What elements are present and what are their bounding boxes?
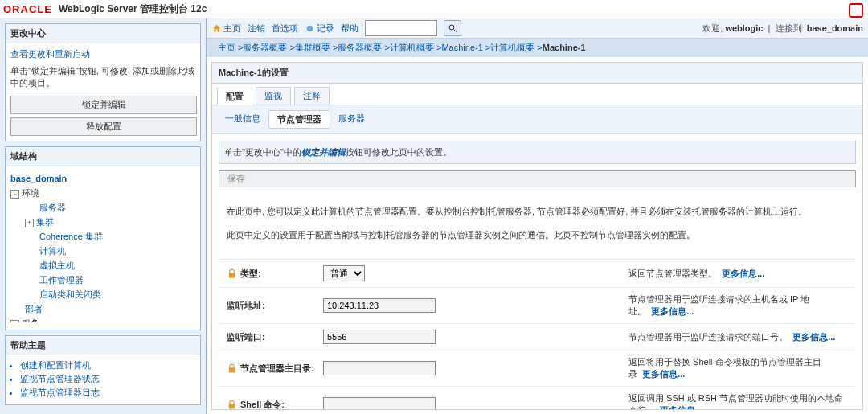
help-link[interactable]: 帮助 <box>341 23 358 35</box>
crumb-d[interactable]: 计算机概要 <box>390 43 434 52</box>
tab-notes[interactable]: 注释 <box>294 87 330 105</box>
row-shell: Shell 命令: 返回调用 SSH 或 RSH 节点管理器功能时使用的本地命令… <box>219 387 856 410</box>
lock-icon <box>227 363 237 374</box>
svg-point-0 <box>307 25 313 31</box>
lock-message: 单击"更改中心"中的锁定并编辑按钮可修改此页中的设置。 <box>219 141 856 164</box>
home-link[interactable]: 主页 <box>211 23 241 35</box>
search-button[interactable] <box>444 20 461 36</box>
help-link-monitor-nm-log[interactable]: 监视节点管理器日志 <box>20 387 100 397</box>
domain-structure-box: 域结构 base_domain -环境 服务器 +集群 Coherence 集群… <box>5 146 201 330</box>
row-listen-address: 监听地址: 节点管理器用于监听连接请求的主机名或 IP 地址。 更多信息... <box>219 288 856 324</box>
change-center-title: 更改中心 <box>6 24 200 43</box>
tree-root[interactable]: base_domain <box>10 171 195 186</box>
tabs: 配置 监视 注释 <box>212 84 862 105</box>
tree-services[interactable]: 服务 <box>22 318 39 322</box>
tree-vhosts[interactable]: 虚拟主机 <box>10 258 195 273</box>
more-info-shell[interactable]: 更多信息... <box>660 405 702 410</box>
tree-machines[interactable]: 计算机 <box>10 244 195 258</box>
lock-edit-button[interactable]: 锁定并编辑 <box>10 96 197 114</box>
prefs-link[interactable]: 首选项 <box>272 23 298 35</box>
breadcrumb: 主页 >服务器概要 >集群概要 >服务器概要 >计算机概要 >Machine-1… <box>207 39 868 57</box>
crumb-g: Machine-1 <box>542 43 586 52</box>
plus-icon[interactable]: + <box>10 320 19 322</box>
brand-bar: ORACLE WebLogic Server 管理控制台 12c <box>0 0 868 18</box>
tree-startup[interactable]: 启动类和关闭类 <box>10 287 195 301</box>
type-select[interactable]: 普通 <box>323 265 365 281</box>
subtab-servers[interactable]: 服务器 <box>330 110 373 129</box>
more-info-type[interactable]: 更多信息... <box>722 268 764 278</box>
app-title: WebLogic Server 管理控制台 12c <box>59 2 207 16</box>
help-box: 帮助主题 创建和配置计算机 监视节点管理器状态 监视节点管理器日志 <box>5 335 201 405</box>
tree-coherence[interactable]: Coherence 集群 <box>10 229 195 244</box>
plus-icon[interactable]: + <box>25 219 34 227</box>
crumb-e[interactable]: Machine-1 <box>441 43 482 52</box>
release-config-button[interactable]: 释放配置 <box>10 117 197 136</box>
panel-title: Machine-1的设置 <box>212 63 862 84</box>
more-info-port[interactable]: 更多信息... <box>792 332 835 342</box>
help-link-monitor-nm-status[interactable]: 监视节点管理器状态 <box>20 374 100 383</box>
row-type: 类型: 普通 返回节点管理器类型。 更多信息... <box>219 260 856 288</box>
tree-deploy[interactable]: 部署 <box>10 301 195 316</box>
help-title: 帮助主题 <box>6 336 200 355</box>
record-icon <box>305 23 315 34</box>
tree-clusters[interactable]: 集群 <box>36 217 54 227</box>
search-input[interactable] <box>365 20 437 36</box>
tree-servers[interactable]: 服务器 <box>10 200 195 215</box>
page-description: 在此页中, 您可以定义此计算机的节点管理器配置。要从控制台控制托管服务器, 节点… <box>212 192 862 254</box>
help-link-create-machine[interactable]: 创建和配置计算机 <box>20 360 91 370</box>
minus-icon[interactable]: - <box>10 190 19 199</box>
subtab-general[interactable]: 一般信息 <box>217 110 268 129</box>
row-listen-port: 监听端口: 节点管理器用于监听连接请求的端口号。 更多信息... <box>219 324 856 350</box>
record-link[interactable]: 记录 <box>305 23 334 35</box>
crumb-a[interactable]: 服务器概要 <box>243 43 287 52</box>
more-info-home[interactable]: 更多信息... <box>642 369 685 379</box>
row-nm-home: 节点管理器主目录: 返回将用于替换 Shell 命令模板的节点管理器主目录 更多… <box>219 350 856 387</box>
crumb-c[interactable]: 服务器概要 <box>338 43 382 52</box>
tree-env[interactable]: 环境 <box>22 188 39 198</box>
tree-work-managers[interactable]: 工作管理器 <box>10 273 195 287</box>
home-icon <box>211 23 222 34</box>
listen-port-input[interactable] <box>323 330 436 344</box>
change-center-desc: 单击"锁定并编辑"按钮, 可修改, 添加或删除此域中的项目。 <box>10 65 195 89</box>
svg-line-2 <box>454 30 457 32</box>
nm-home-input[interactable] <box>323 361 436 375</box>
subtabs: 一般信息 节点管理器 服务器 <box>212 105 862 134</box>
tab-config[interactable]: 配置 <box>217 88 252 105</box>
crumb-b[interactable]: 集群概要 <box>295 43 330 52</box>
toolbar: 主页 注销 首选项 记录 帮助 欢迎, weblogic | 连接到: base… <box>207 18 868 39</box>
listen-address-input[interactable] <box>323 298 436 313</box>
oracle-logo: ORACLE <box>3 3 52 15</box>
user-info: 欢迎, weblogic | 连接到: base_domain <box>702 23 863 35</box>
domain-structure-title: 域结构 <box>6 147 200 166</box>
more-info-addr[interactable]: 更多信息... <box>651 306 694 316</box>
search-icon <box>448 23 457 33</box>
lock-icon <box>227 268 237 279</box>
crumb-f[interactable]: 计算机概要 <box>490 43 534 52</box>
shell-command-input[interactable] <box>323 397 436 410</box>
svg-point-1 <box>449 25 454 30</box>
lock-icon <box>227 400 237 410</box>
crumb-home[interactable]: 主页 <box>218 43 235 52</box>
tab-monitor[interactable]: 监视 <box>256 87 291 105</box>
domain-tree[interactable]: base_domain -环境 服务器 +集群 Coherence 集群 计算机… <box>6 166 200 322</box>
oracle-o-icon <box>849 3 863 18</box>
logout-link[interactable]: 注销 <box>248 23 265 35</box>
save-button[interactable]: 保存 <box>219 170 856 187</box>
change-center-box: 更改中心 查看更改和重新启动 单击"锁定并编辑"按钮, 可修改, 添加或删除此域… <box>5 23 201 141</box>
form: 类型: 普通 返回节点管理器类型。 更多信息... 监听地址: 节点管理器用于监… <box>219 259 856 410</box>
subtab-nodemanager[interactable]: 节点管理器 <box>268 110 330 129</box>
view-changes-link[interactable]: 查看更改和重新启动 <box>10 49 90 59</box>
